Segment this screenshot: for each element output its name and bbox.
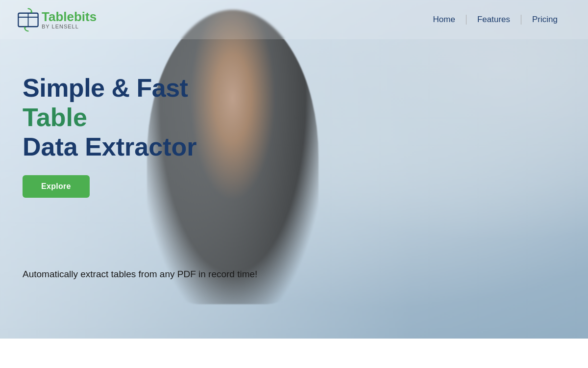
logo-byline: by LENSELL <box>42 24 97 29</box>
hero-content: Simple & Fast Table Data Extractor Explo… <box>23 74 196 198</box>
nav-home[interactable]: Home <box>422 15 466 25</box>
hero-section: Tablebits by LENSELL Home Features Prici… <box>0 0 588 339</box>
hero-title-line2: Table <box>23 103 196 132</box>
hero-subtitle: Automatically extract tables from any PD… <box>23 269 257 280</box>
nav-pricing[interactable]: Pricing <box>521 15 568 25</box>
logo-name: Tablebits <box>42 10 97 24</box>
main-nav: Home Features Pricing <box>422 15 568 25</box>
explore-button[interactable]: Explore <box>23 175 90 198</box>
logo[interactable]: Tablebits by LENSELL <box>15 6 97 33</box>
hero-title-line1: Simple & Fast <box>23 74 196 103</box>
hero-title-line3: Data Extractor <box>23 132 196 162</box>
bottom-section <box>0 339 588 368</box>
site-header: Tablebits by LENSELL Home Features Prici… <box>0 0 588 39</box>
logo-icon <box>15 6 42 33</box>
nav-features[interactable]: Features <box>466 15 521 25</box>
logo-text: Tablebits by LENSELL <box>42 10 97 30</box>
